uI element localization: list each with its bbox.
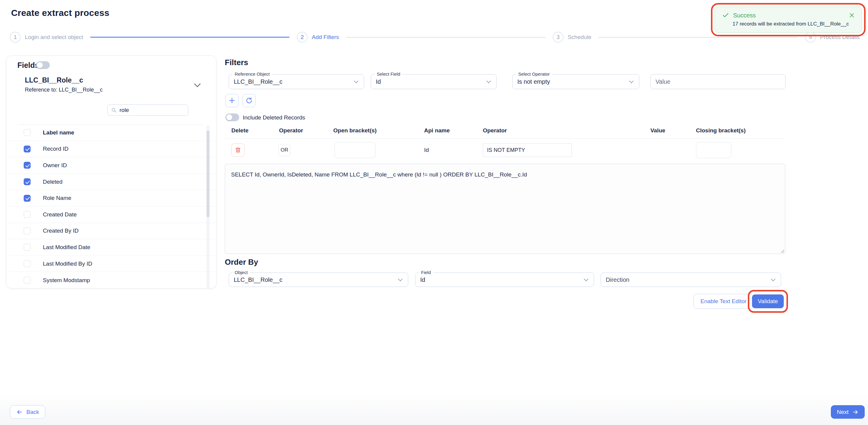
select-field-select[interactable]: Select Field Id [371,74,497,89]
field-list-item[interactable]: Created Date [6,206,216,223]
step-number: 1 [10,32,21,42]
field-checkbox[interactable] [24,162,31,169]
select-value: Is not empty [517,78,550,85]
select-value: LLC_BI__Role__c [234,277,282,283]
stepper-connector [598,37,798,38]
order-by-direction-select[interactable]: Direction [601,273,781,287]
value-input[interactable] [650,74,785,89]
select-floating-label: Select Field [375,72,402,77]
arrow-left-icon [16,409,23,416]
scrollbar-thumb[interactable] [207,130,210,217]
query-textarea[interactable] [225,164,785,254]
field-list-item[interactable]: Role Name [6,190,216,206]
field-checkbox[interactable] [24,211,31,218]
footer [0,394,868,425]
toast-message: 17 records will be extracted from LLC_BI… [733,21,855,27]
closing-brackets-input[interactable] [696,142,731,158]
include-deleted-toggle[interactable] [225,113,239,121]
step-number: 3 [553,32,563,42]
column-header: Operator [483,127,507,134]
filter-table-header: DeleteOperatorOpen bracket(s)Api nameOpe… [225,127,785,135]
add-filter-button[interactable] [225,94,239,107]
step-number: 2 [297,32,308,42]
field-search-box[interactable] [107,105,188,116]
refresh-button[interactable] [243,94,256,107]
field-list-item[interactable]: Label name [6,124,216,141]
search-input[interactable] [120,107,184,113]
back-button[interactable]: Back [10,405,45,419]
field-label: Owner ID [43,162,67,169]
field-list-item[interactable]: Owner ID [6,157,216,174]
field-label: Deleted [43,178,63,185]
step-label: Schedule [568,34,591,40]
select-floating-label: Field [419,270,433,275]
next-button[interactable]: Next [831,405,865,419]
toast-title: Success [733,12,756,19]
field-checkbox[interactable] [24,260,31,267]
api-name-value: Id [424,147,429,153]
search-icon [111,107,117,113]
chevron-down-icon [398,277,403,282]
column-header: Open bracket(s) [333,127,377,134]
field-checkbox[interactable] [24,178,31,185]
close-icon[interactable] [848,12,855,19]
next-button-label: Next [837,409,848,416]
field-checkbox[interactable] [24,277,31,284]
select-floating-label: Object [232,270,250,275]
field-list-item[interactable]: Created By ID [6,223,216,239]
open-brackets-input[interactable] [335,142,376,158]
field-list-item[interactable]: Deleted [6,174,216,190]
chevron-down-icon [487,79,491,83]
chevron-down-icon [584,277,589,282]
step-2[interactable]: 2Add Filters [297,32,339,42]
order-by-field-select[interactable]: Field Id [415,273,594,287]
step-1[interactable]: 1Login and select object [10,32,83,42]
arrow-right-icon [852,409,859,416]
field-checkbox[interactable] [24,146,31,152]
filters-title: Filters [225,58,248,67]
plus-icon [228,97,236,104]
select-value: LLC_BI__Role__c [234,78,282,85]
field-label: Created By ID [43,227,79,234]
filter-table-row: OR Id IS NOT EMPTY [225,142,785,159]
field-list: Label name Record ID Owner ID Deleted Ro… [6,124,216,288]
field-label: Label name [43,130,74,136]
reference-object-select[interactable]: Reference Object LLC_BI__Role__c [229,74,364,89]
step-3[interactable]: 3Schedule [553,32,591,42]
step-label: Add Filters [312,34,339,40]
select-value: Id [420,277,425,283]
delete-row-button[interactable] [231,143,245,157]
column-header: Value [650,127,665,134]
field-label: Record ID [43,146,69,152]
toast-header: Success [722,12,855,19]
step-label: Login and select object [25,34,83,40]
field-label: Last Modified By ID [43,260,92,267]
field-checkbox[interactable] [24,195,31,202]
column-header: Operator [279,127,303,134]
order-by-object-select[interactable]: Object LLC_BI__Role__c [229,273,408,287]
back-button-label: Back [26,409,39,416]
enable-text-editor-button[interactable]: Enable Text Editor [693,294,753,309]
stepper-connector [346,37,546,38]
fields-panel: Fields LLC_BI__Role__c Reference to: LLC… [6,56,216,288]
field-checkbox[interactable] [24,227,31,234]
validate-button[interactable]: Validate [752,294,784,308]
field-list-item[interactable]: Last Modified Date [6,239,216,256]
operator-value-box[interactable]: IS NOT EMPTY [483,143,572,157]
field-label: Last Modified Date [43,244,90,251]
select-operator-select[interactable]: Select Operator Is not empty [512,74,639,89]
object-reference-label: Reference to: LLC_BI__Role__c [25,87,102,93]
field-list-item[interactable]: Last Modified By ID [6,256,216,272]
stepper-connector [90,37,289,38]
chevron-down-icon [629,79,634,83]
row-operator-button[interactable]: OR [278,144,290,156]
chevron-down-icon[interactable] [194,81,200,87]
select-value: Id [376,78,381,85]
field-checkbox[interactable] [24,244,31,251]
field-list-item[interactable]: Record ID [6,141,216,158]
page-title: Create extract process [11,8,110,18]
column-header: Api name [424,127,450,134]
fields-toggle[interactable] [36,61,50,69]
field-checkbox[interactable] [24,129,31,136]
field-list-item[interactable]: System Modstamp [6,272,216,288]
